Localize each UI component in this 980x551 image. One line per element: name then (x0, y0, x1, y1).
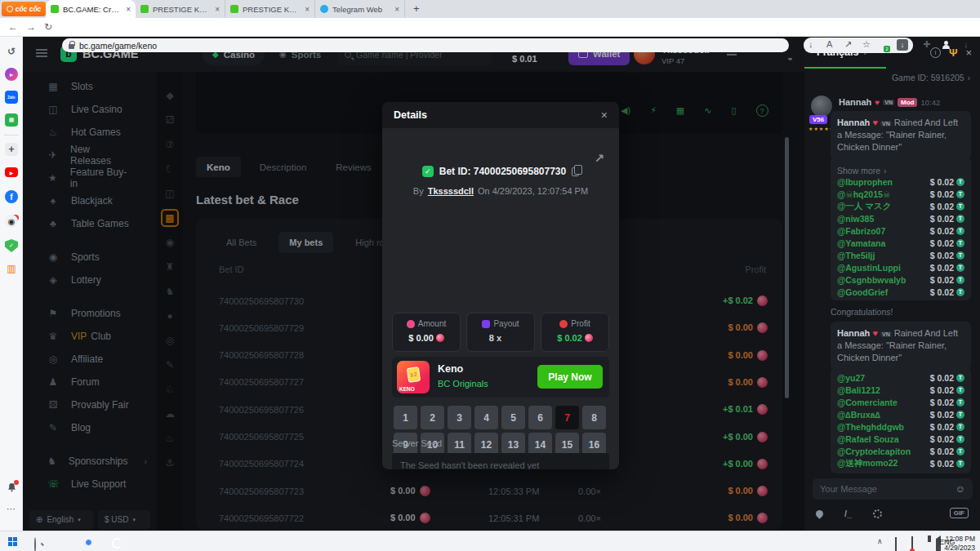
tether-icon: T (956, 288, 964, 296)
stat-card: Profit $ 0.02 (541, 313, 609, 352)
clock[interactable]: 12:08 PM 4/29/2023 (944, 535, 975, 551)
rain-icon[interactable] (814, 509, 825, 519)
download-box-icon[interactable]: ↓ (897, 39, 908, 51)
rain-user-row[interactable]: @Thehghddgwb $ 0.02T (837, 420, 964, 433)
rain-user-row[interactable]: @niw385 $ 0.02T (837, 212, 964, 224)
game-name[interactable]: Keno (438, 363, 463, 375)
tether-icon: T (956, 264, 964, 272)
stat-icon (559, 320, 568, 328)
tab-close-icon[interactable]: × (305, 5, 310, 14)
share-icon[interactable]: ↗ (594, 151, 604, 166)
forward-icon[interactable]: → (26, 21, 36, 33)
play-now-button[interactable]: Play Now (537, 365, 603, 389)
bookmark-star-icon[interactable]: ☆ (862, 39, 871, 50)
commands-icon[interactable]: /_ (844, 509, 852, 518)
show-more[interactable]: Show more (837, 166, 880, 176)
emoji-icon[interactable]: ☺ (956, 483, 965, 495)
browser-toolbar: ← → ↻ bc.game/game/keno ↓ A ↗ ☆ ×2 ↓ ✚ ↓ (0, 18, 980, 37)
token-icon (436, 334, 444, 342)
browser-tab[interactable]: BC.GAME: Crypto Casino Gan × (46, 0, 136, 18)
taskbar-search-icon[interactable] (34, 537, 36, 551)
tether-icon: T (956, 202, 964, 211)
messenger-icon[interactable]: ▸ (5, 68, 18, 81)
add-icon[interactable]: + (5, 143, 18, 156)
new-tab-icon[interactable]: + (413, 2, 420, 15)
chip-icon[interactable] (873, 509, 882, 518)
tether-icon: T (956, 398, 964, 407)
tray-chevron-icon[interactable]: ∧ (877, 537, 883, 545)
rain-user-row[interactable]: @Bali1212 $ 0.02T (837, 384, 964, 396)
chevron-right-icon[interactable]: › (968, 73, 970, 82)
bet-username[interactable]: Tkssssdcll (428, 186, 474, 196)
history-icon[interactable]: ↻ (5, 45, 18, 58)
rain-user-row[interactable]: @Csgnbbwvalyb $ 0.02T (837, 273, 964, 286)
rain-user-row[interactable]: @Fabrizo07 $ 0.02T (837, 224, 964, 237)
tether-icon: T (956, 239, 964, 247)
rain-user-row[interactable]: @Rafael Souza $ 0.02T (837, 433, 964, 445)
shop-icon[interactable]: ▥ (5, 262, 18, 275)
tab-favicon (230, 5, 238, 13)
tab-close-icon[interactable]: × (126, 5, 131, 14)
rain-user-row[interactable]: @一人 マスク $ 0.02T (837, 200, 964, 212)
game-provider[interactable]: BC Originals (438, 379, 488, 389)
coccoc-logo[interactable]: cốc cốc (2, 2, 46, 16)
browser-tab[interactable]: PRESTIGE KENO - Français - E × (136, 0, 225, 18)
message-time: 10:42 (920, 98, 940, 107)
tether-icon: T (956, 178, 964, 186)
rain-user-row[interactable]: @Yamatana $ 0.02T (837, 237, 964, 249)
games-icon[interactable]: ▦ (5, 113, 18, 127)
tab-close-icon[interactable]: × (394, 5, 399, 14)
keno-number-cell: 7 (555, 406, 579, 429)
rain-user-row[interactable]: @GoodGrief $ 0.02T (837, 286, 964, 298)
notification-bell-icon[interactable] (7, 482, 17, 496)
rain-user-row[interactable]: @The5iljj $ 0.02T (837, 249, 964, 261)
reload-icon[interactable]: ↻ (44, 21, 52, 33)
rain-user-row[interactable]: @送神momo22 $ 0.02T (837, 457, 964, 469)
rain-user-row[interactable]: @Cryptoelcapiton $ 0.02T (837, 445, 964, 457)
sports-news-icon[interactable]: ◉ (5, 215, 18, 228)
server-seed-label: Server Seed (392, 438, 442, 448)
browser-tab-bar: cốc cốc BC.GAME: Crypto Casino Gan × PRE… (0, 0, 980, 18)
url-text: bc.game/game/keno (79, 41, 157, 51)
tether-icon: T (956, 460, 964, 468)
rain-user-row[interactable]: @Comerciante $ 0.02T (837, 396, 964, 408)
shield-check-icon[interactable]: ✓ (5, 239, 18, 252)
screen: b BC.GAME ◆ Casino ◉ Sports XLM ▾ $ 0.01… (0, 0, 980, 551)
close-icon[interactable]: × (601, 109, 608, 122)
chat-message-input[interactable] (820, 484, 956, 494)
back-icon[interactable]: ← (8, 21, 18, 33)
tether-icon: T (956, 276, 964, 284)
rain-user-row[interactable]: @Ibuprophen $ 0.02T (837, 176, 964, 188)
save-page-icon[interactable]: ↓ (808, 39, 813, 49)
browser-tab[interactable]: PRESTIGE KENO - Français - E × (225, 0, 315, 18)
facebook-icon[interactable]: f (5, 190, 18, 203)
action-center-icon[interactable] (911, 536, 913, 551)
translate-icon[interactable]: A (826, 39, 832, 49)
rain-user-row[interactable]: @☠hq2015☠ $ 0.02T (837, 188, 964, 200)
start-button[interactable] (8, 537, 17, 546)
tether-icon: T (956, 215, 964, 223)
browser-tab[interactable]: Telegram Web × (315, 0, 405, 18)
rain-user-row[interactable]: @yu27 $ 0.02T (837, 371, 964, 384)
rain-user-row[interactable]: @∆Bruxa∆ $ 0.02T (837, 408, 964, 420)
extensions-icon[interactable]: ✚ (923, 39, 930, 50)
info-icon[interactable]: i (930, 47, 941, 58)
chat-avatar[interactable] (811, 96, 832, 117)
rain-user-row[interactable]: @AgustinLuppi $ 0.02T (837, 261, 964, 273)
gif-icon[interactable]: GIF (950, 508, 969, 518)
url-bar[interactable]: bc.game/game/keno (62, 38, 789, 52)
chat-author[interactable]: Hannah (839, 97, 871, 107)
chat-input-wrap[interactable]: ☺ (813, 478, 973, 500)
tab-favicon (320, 5, 328, 13)
download-icon[interactable]: ↓ (964, 39, 969, 49)
vip-level-badge: V56 (809, 115, 827, 124)
keno-game-tile[interactable]: 1:2 KENO (397, 361, 430, 393)
copy-icon[interactable] (572, 167, 579, 176)
zalo-icon[interactable]: Zalo (5, 91, 18, 104)
more-icon[interactable]: ⋯ (7, 504, 16, 514)
trophy-icon[interactable]: Ψ (949, 47, 958, 59)
network-icon[interactable] (895, 537, 897, 551)
tab-close-icon[interactable]: × (215, 5, 220, 14)
youtube-icon[interactable]: ▶ (5, 167, 18, 177)
share-icon[interactable]: ↗ (844, 39, 852, 50)
